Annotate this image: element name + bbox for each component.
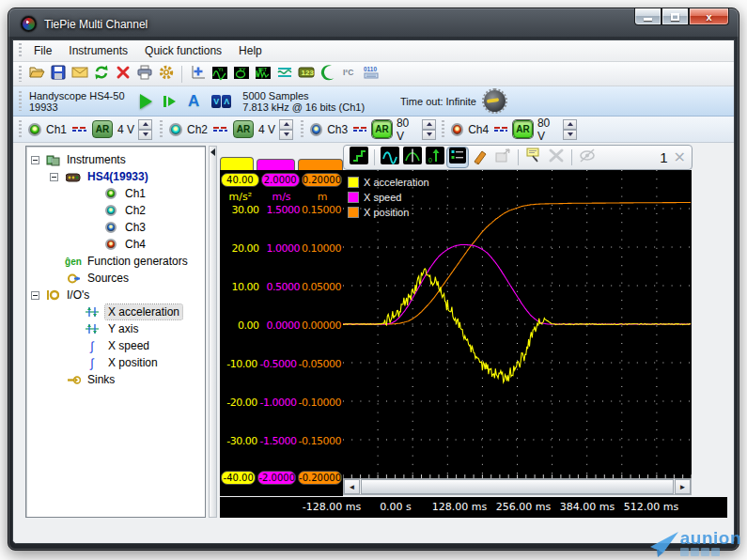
binary-keyboard-button[interactable]: 0110 [360,64,381,85]
object-tree[interactable]: InstrumentsHS4(19933)Ch1Ch2Ch3Ch4ĝenFunc… [25,146,206,518]
range-down-button[interactable] [563,130,577,140]
tree-item-sinks[interactable]: Sinks [26,371,205,388]
range-down-button[interactable] [279,130,293,140]
range-down-button[interactable] [422,130,436,140]
xy-graph-button[interactable]: XY [230,64,252,85]
autorange-all-button[interactable]: A [188,92,199,111]
range-spinner[interactable] [422,119,436,140]
legend-toggle-button[interactable] [447,148,468,167]
autorange-button[interactable]: AR [513,120,533,138]
tree-item-ch1[interactable]: Ch1 [26,185,205,202]
autorange-button[interactable]: AR [372,120,392,138]
open-file-button[interactable] [25,64,47,85]
tree-item-ch4[interactable]: Ch4 [26,236,205,253]
range-up-button[interactable] [138,119,152,130]
callout-label-button[interactable] [523,148,544,167]
scroll-left-arrow-icon[interactable]: ◄ [344,479,360,494]
envelope-button[interactable] [402,148,423,167]
one-shot-icon [163,96,166,107]
axis-bottom-value[interactable]: -0.20000 [298,471,342,485]
axis-top-value[interactable]: 2.0000 [261,173,300,187]
step-mode-button[interactable] [349,148,369,167]
scroll-right-arrow-icon[interactable]: ► [675,479,691,494]
legend-toggle-icon [448,147,467,168]
tree-item-y-axis[interactable]: Y axis [26,320,205,337]
range-spinner[interactable] [563,119,577,140]
axis-top-value[interactable]: 0.20000 [302,173,342,187]
dc-coupling-icon[interactable] [72,126,86,132]
axis-top-value[interactable]: 40.00 [221,173,259,187]
axis-tick-label: -1.0000 [259,397,299,409]
minimize-button[interactable] [634,8,661,25]
save-button[interactable] [47,64,69,85]
dc-coupling-icon[interactable] [353,126,366,132]
tree-item-x-acceleration[interactable]: X acceleration [26,303,205,320]
fft-graph-button[interactable]: FFT [252,64,273,85]
delete-button[interactable] [112,64,133,85]
axis-tab-x-speed[interactable] [257,159,295,170]
menu-item-file[interactable]: File [25,41,60,60]
tree-item-sources[interactable]: Sources [26,270,205,287]
range-spinner[interactable] [279,119,293,140]
tree-item-ch2[interactable]: Ch2 [26,202,205,219]
integral-icon: ∫ [85,356,100,370]
print-button[interactable] [133,64,155,85]
tree-item-x-speed[interactable]: ∫X speed [26,337,205,354]
interpolation-button[interactable] [380,148,400,167]
tree-item-hs4-19933-[interactable]: HS4(19933) [26,168,205,185]
refresh-button[interactable] [90,64,112,85]
dc-coupling-icon[interactable] [494,126,507,132]
tree-expander-icon[interactable] [50,173,58,181]
tree-item-i-o-s[interactable]: I/O's [26,287,205,303]
tree-item-instruments[interactable]: Instruments [26,151,205,168]
maximize-button[interactable] [661,8,689,25]
range-down-button[interactable] [138,130,152,140]
i2c-button[interactable]: I²C [338,64,360,85]
menu-item-instruments[interactable]: Instruments [60,41,136,60]
numeric-display-button[interactable]: 123 [295,64,317,85]
autorange-button[interactable]: AR [233,120,254,138]
range-up-button[interactable] [279,119,293,130]
add-object-button[interactable] [187,64,209,85]
tree-item-ch3[interactable]: Ch3 [26,219,205,236]
email-button[interactable] [69,64,90,85]
meter-button[interactable] [273,64,295,85]
watermark-subtext [680,548,741,556]
timeout-knob[interactable] [484,90,506,112]
range-up-button[interactable] [422,119,436,130]
value-axis-block[interactable]: 40.002.00000.20000m/s²m/sm30.001.50000.1… [220,170,343,496]
axis-bottom-value[interactable]: -40.00 [221,471,256,485]
time-scrollbar[interactable]: ◄ ► [343,478,692,495]
close-button[interactable]: x [689,8,729,25]
axis-bottom-value[interactable]: -2.0000 [257,471,296,485]
crescent-button[interactable] [317,64,338,85]
one-shot-button[interactable] [163,96,176,107]
axis-tick-label: 0.00 [220,319,261,332]
graph-close-button[interactable]: ✕ [674,148,688,166]
value-display-button[interactable]: VΛ [211,95,231,108]
sinks-icon [66,373,81,387]
titlebar[interactable]: TiePie Multi Channel x [8,8,739,39]
axis-tab-x-position[interactable] [298,159,343,170]
panel-splitter[interactable] [209,146,217,518]
zero-level-button[interactable]: 0 [425,148,445,167]
chart-area[interactable]: X accelerationX speedX position [343,170,692,478]
tree-expander-icon[interactable] [31,156,39,164]
tree-expander-icon[interactable] [31,291,39,300]
range-up-button[interactable] [563,119,577,130]
start-measurement-button[interactable] [140,94,152,109]
draw-pen-button[interactable] [470,148,490,167]
dc-coupling-icon[interactable] [213,126,227,132]
tree-item-x-position[interactable]: ∫X position [26,354,205,371]
tree-item-label: Function generators [85,254,191,269]
range-spinner[interactable] [138,119,152,140]
axis-tab-x-acceleration[interactable] [220,157,254,170]
menu-item-quick-functions[interactable]: Quick functions [136,41,230,60]
tree-item-function-generators[interactable]: ĝenFunction generators [26,253,205,270]
settings-button[interactable] [155,64,177,85]
yt-graph-button[interactable]: Yt [209,64,230,85]
scrollbar-thumb[interactable] [361,479,674,494]
autorange-button[interactable]: AR [92,120,113,138]
axis-tick-label: 0.00000 [302,319,343,332]
menu-item-help[interactable]: Help [230,41,271,60]
